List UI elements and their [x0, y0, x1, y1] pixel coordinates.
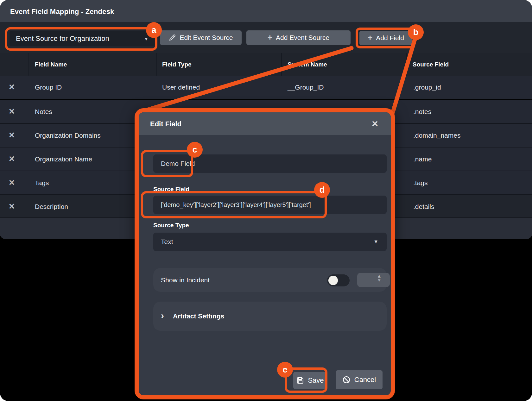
col-header-system-name: System Name	[288, 53, 327, 76]
incident-order-stepper[interactable]: ▲ ▼	[357, 273, 390, 287]
cell-source-field: .group_id	[413, 76, 441, 99]
show-in-incident-card: Show in Incident ▲ ▼	[153, 268, 387, 292]
window-titlebar: Event Field Mapping - Zendesk	[0, 0, 532, 22]
delete-row-icon[interactable]: ×	[4, 100, 19, 123]
save-label: Save	[308, 376, 324, 385]
close-icon[interactable]: ×	[368, 117, 382, 131]
cancel-button[interactable]: Cancel	[336, 370, 383, 389]
cell-field-name: Tags	[35, 171, 49, 194]
column-divider	[156, 53, 157, 76]
cell-source-field: .details	[413, 195, 434, 218]
source-field-label: Source Field	[153, 186, 189, 193]
plus-icon: +	[268, 33, 272, 41]
pencil-icon	[168, 34, 176, 41]
delete-row-icon[interactable]: ×	[4, 76, 19, 99]
page-title: Event Field Mapping - Zendesk	[10, 0, 114, 22]
cell-source-field: .notes	[413, 100, 431, 123]
field-name-input[interactable]: Demo Field	[153, 154, 387, 173]
cancel-label: Cancel	[354, 376, 376, 384]
event-source-dropdown[interactable]: Event Source for Organization ▼	[10, 31, 155, 46]
save-button[interactable]: Save	[293, 372, 327, 389]
floppy-disk-icon	[296, 377, 304, 384]
chevron-down-icon: ▼	[144, 36, 149, 41]
source-type-label: Source Type	[153, 222, 189, 229]
cell-field-name: Organization Name	[35, 147, 92, 171]
cancel-icon	[342, 376, 351, 384]
cell-field-name: Organization Domains	[35, 124, 101, 147]
artifact-settings-label: Artifact Settings	[173, 302, 224, 331]
col-header-field-type: Field Type	[162, 53, 192, 76]
delete-row-icon[interactable]: ×	[4, 147, 19, 171]
column-divider	[28, 53, 29, 76]
artifact-settings-expander[interactable]: › Artifact Settings	[153, 302, 387, 331]
cell-field-name: Description	[35, 195, 68, 218]
source-type-value: Text	[161, 238, 173, 245]
col-header-field-name: Field Name	[35, 53, 67, 76]
cell-field-name: Notes	[35, 100, 52, 123]
source-type-select[interactable]: Text ▼	[153, 233, 387, 251]
show-in-incident-toggle[interactable]	[327, 274, 350, 286]
table-header-row: Field Name Field Type System Name Source…	[0, 53, 532, 76]
edit-event-source-label: Edit Event Source	[180, 34, 233, 41]
add-event-source-label: Add Event Source	[276, 34, 329, 41]
event-source-dropdown-value: Event Source for Organization	[16, 34, 109, 43]
delete-row-icon[interactable]: ×	[4, 195, 19, 218]
show-in-incident-label: Show in Incident	[161, 268, 210, 292]
edit-field-modal: Edit Field × Field Name Demo Field Sourc…	[135, 108, 395, 399]
add-event-source-button[interactable]: + Add Event Source	[246, 30, 351, 45]
plus-icon: +	[368, 34, 372, 42]
source-field-input[interactable]: ['demo_key']['layer2']['layer3']['layer4…	[153, 196, 387, 214]
cell-source-field: .domain_names	[413, 124, 460, 147]
toggle-knob	[328, 276, 338, 285]
table-row: × Group ID User defined __Group_ID .grou…	[0, 76, 532, 99]
column-divider	[406, 53, 407, 76]
cell-source-field: .tags	[413, 171, 428, 194]
modal-title: Edit Field	[150, 112, 181, 135]
cell-field-name: Group ID	[35, 76, 62, 99]
col-header-source-field: Source Field	[413, 53, 449, 76]
cell-field-type: User defined	[162, 76, 200, 99]
modal-header: Edit Field ×	[139, 112, 391, 135]
add-field-label: Add Field	[376, 34, 404, 42]
column-divider	[281, 53, 282, 76]
chevron-right-icon: ›	[161, 302, 164, 331]
add-field-button[interactable]: + Add Field	[359, 31, 412, 45]
app-window: Event Field Mapping - Zendesk Event Sour…	[0, 0, 532, 401]
delete-row-icon[interactable]: ×	[4, 171, 19, 194]
stepper-arrows-icon: ▲ ▼	[377, 273, 382, 282]
delete-row-icon[interactable]: ×	[4, 124, 19, 147]
chevron-down-icon: ▼	[373, 233, 378, 251]
stepper-down-icon[interactable]: ▼	[377, 278, 382, 282]
cell-system-name: __Group_ID	[288, 76, 324, 99]
cell-source-field: .name	[413, 147, 432, 171]
edit-event-source-button[interactable]: Edit Event Source	[160, 30, 242, 45]
